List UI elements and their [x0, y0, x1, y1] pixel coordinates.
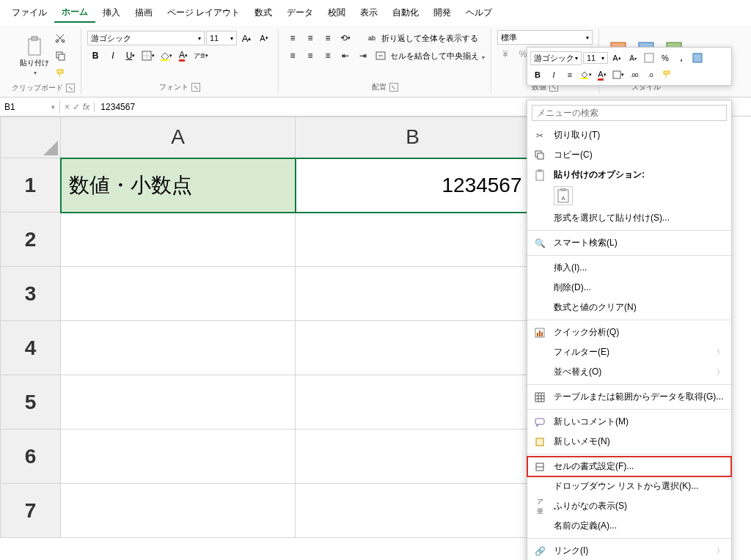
cm-new-comment[interactable]: 新しいコメント(M)	[527, 412, 731, 432]
cm-filter[interactable]: フィルター(E) 〉	[527, 342, 731, 362]
menu-view[interactable]: 表示	[353, 4, 385, 22]
mini-comma-button[interactable]: ,	[674, 51, 689, 65]
increase-indent-button[interactable]: ⇥	[355, 48, 371, 64]
cm-show-phonetic[interactable]: ア亜 ふりがなの表示(S)	[527, 496, 731, 516]
menu-automate[interactable]: 自動化	[385, 4, 426, 22]
cm-paste-option-default[interactable]: A	[554, 186, 573, 205]
cm-smart-lookup[interactable]: 🔍 スマート検索(L)	[527, 233, 731, 253]
merge-cells-button[interactable]: セルを結合して中央揃え	[390, 51, 479, 62]
mini-percent-button[interactable]: %	[658, 51, 673, 65]
mini-fill-color-button[interactable]: ▾	[579, 67, 593, 82]
cell-b3[interactable]	[296, 267, 530, 321]
italic-button[interactable]: I	[105, 48, 121, 64]
cell-b1[interactable]: 1234567	[296, 158, 530, 213]
enter-formula-button[interactable]: ✓	[73, 102, 80, 112]
mini-font-size[interactable]: 11▾	[583, 52, 608, 64]
cm-paste-special[interactable]: 形式を選択して貼り付け(S)...	[527, 208, 731, 228]
font-dialog-launcher[interactable]: ⤡	[191, 83, 200, 92]
cm-define-name[interactable]: 名前の定義(A)...	[527, 516, 731, 536]
row-header-7[interactable]: 7	[1, 484, 61, 538]
cm-format-cells[interactable]: セルの書式設定(F)...	[527, 457, 731, 476]
menu-formulas[interactable]: 数式	[247, 4, 279, 22]
row-header-6[interactable]: 6	[1, 430, 61, 484]
cell-a6[interactable]	[61, 430, 296, 484]
font-color-button[interactable]: A▾	[175, 48, 191, 64]
cm-clear-contents[interactable]: 数式と値のクリア(N)	[527, 298, 731, 317]
fill-color-button[interactable]: ▾	[158, 48, 174, 64]
cm-sort[interactable]: 並べ替え(O) 〉	[527, 362, 731, 382]
cell-a5[interactable]	[61, 375, 296, 430]
alignment-dialog-launcher[interactable]: ⤡	[389, 83, 398, 92]
cell-a7[interactable]	[61, 484, 296, 538]
select-all-corner[interactable]	[1, 117, 61, 158]
border-button[interactable]: ▾	[140, 48, 156, 64]
copy-button[interactable]	[52, 48, 68, 64]
cancel-formula-button[interactable]: ×	[65, 102, 70, 112]
clipboard-dialog-launcher[interactable]: ⤡	[66, 84, 75, 92]
cm-quick-analysis[interactable]: クイック分析(Q)	[527, 323, 731, 342]
menu-file[interactable]: ファイル	[4, 4, 54, 22]
number-format-dropdown[interactable]: 標準▾	[497, 30, 593, 45]
increase-font-button[interactable]: A▴	[238, 30, 254, 46]
name-box[interactable]: B1▾	[0, 100, 60, 114]
align-middle-button[interactable]: ≡	[302, 30, 318, 46]
menu-draw[interactable]: 描画	[128, 4, 160, 22]
menu-data[interactable]: データ	[279, 4, 320, 22]
decrease-indent-button[interactable]: ⇤	[337, 48, 353, 64]
mini-inc-decimal-button[interactable]: .00	[627, 67, 642, 82]
column-header-b[interactable]: B	[296, 117, 530, 158]
wrap-text-button[interactable]: 折り返して全体を表示する	[381, 33, 478, 44]
font-name-dropdown[interactable]: 游ゴシック▾	[87, 31, 205, 45]
row-header-5[interactable]: 5	[1, 375, 61, 430]
mini-font-color-button[interactable]: A▾	[595, 67, 609, 82]
align-center-button[interactable]: ≡	[302, 48, 318, 64]
align-left-button[interactable]: ≡	[285, 48, 301, 64]
cm-delete[interactable]: 削除(D)...	[527, 278, 731, 298]
paste-dropdown-caret[interactable]	[32, 68, 37, 76]
mini-italic-button[interactable]: I	[546, 67, 561, 82]
align-right-button[interactable]: ≡	[320, 48, 336, 64]
row-header-3[interactable]: 3	[1, 267, 61, 321]
row-header-4[interactable]: 4	[1, 321, 61, 375]
format-painter-button[interactable]	[52, 65, 68, 81]
context-menu-search[interactable]	[532, 105, 727, 121]
align-top-button[interactable]: ≡	[285, 30, 301, 46]
cell-a1[interactable]: 数値・小数点	[61, 158, 296, 213]
row-header-1[interactable]: 1	[1, 158, 61, 213]
menu-developer[interactable]: 開発	[426, 4, 458, 22]
cm-link[interactable]: 🔗 リンク(I) 〉	[527, 541, 731, 560]
mini-border-button[interactable]: ▾	[611, 67, 626, 82]
bold-button[interactable]: B	[87, 48, 103, 64]
cm-insert[interactable]: 挿入(I)...	[527, 258, 731, 278]
cell-b6[interactable]	[296, 430, 530, 484]
currency-button[interactable]: ¥	[497, 46, 513, 62]
font-size-dropdown[interactable]: 11▾	[206, 31, 237, 45]
menu-insert[interactable]: 挿入	[95, 4, 128, 22]
menu-review[interactable]: 校閲	[320, 4, 353, 22]
column-header-a[interactable]: A	[61, 117, 296, 158]
cm-pick-from-dropdown[interactable]: ドロップダウン リストから選択(K)...	[527, 476, 731, 496]
row-header-2[interactable]: 2	[1, 213, 61, 267]
mini-increase-font[interactable]: A▴	[609, 51, 624, 65]
fx-button[interactable]: fx	[83, 102, 89, 112]
cell-b5[interactable]	[296, 375, 530, 430]
menu-help[interactable]: ヘルプ	[458, 4, 499, 22]
menu-home[interactable]: ホーム	[54, 3, 95, 23]
cell-b2[interactable]	[296, 213, 530, 267]
cm-cut[interactable]: ✂ 切り取り(T)	[527, 125, 731, 145]
cell-a3[interactable]	[61, 267, 296, 321]
align-bottom-button[interactable]: ≡	[320, 30, 336, 46]
cell-a2[interactable]	[61, 213, 296, 267]
mini-dec-decimal-button[interactable]: .0	[643, 67, 658, 82]
mini-format-painter-button[interactable]	[659, 67, 674, 82]
underline-button[interactable]: U▾	[122, 48, 139, 64]
mini-font-name[interactable]: 游ゴシック▾	[530, 51, 582, 65]
cut-button[interactable]	[52, 30, 68, 46]
paste-button[interactable]: 貼り付け	[18, 35, 51, 76]
mini-accounting-button[interactable]	[642, 51, 656, 65]
decrease-font-button[interactable]: A▾	[256, 30, 272, 46]
cm-get-data-from-table[interactable]: テーブルまたは範囲からデータを取得(G)...	[527, 387, 731, 407]
cell-b7[interactable]	[296, 484, 530, 538]
phonetic-button[interactable]: ア亜▾	[193, 48, 209, 64]
mini-decrease-font[interactable]: A▾	[626, 51, 640, 65]
